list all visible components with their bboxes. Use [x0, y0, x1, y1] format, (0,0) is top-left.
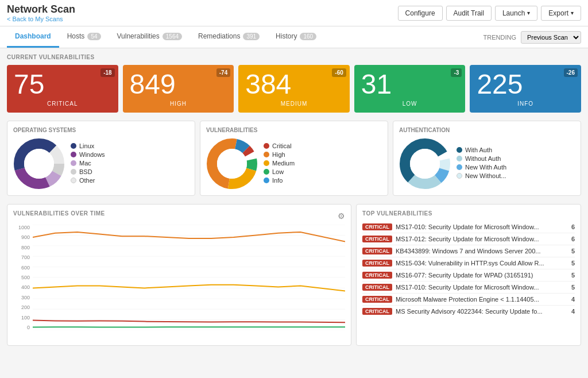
tabs-container: Dashboard Hosts 54 Vulnerabilities 1564 …	[7, 26, 324, 48]
vuln-legend: Critical High Medium Low Info	[264, 142, 295, 186]
line-chart-svg	[33, 225, 345, 330]
severity-badge: CRITICAL	[362, 236, 392, 242]
export-button[interactable]: Export	[541, 6, 581, 21]
critical-badge: -18	[100, 68, 114, 77]
medium-badge: -60	[332, 68, 346, 77]
auth-donut-section: With Auth Without Auth New With Auth New…	[399, 138, 575, 190]
top-vulns-box: TOP VULNERABILITIES CRITICAL MS17-010: S…	[356, 204, 581, 346]
charts-row: OPERATING SYSTEMS Linux Windows Mac BSD …	[7, 121, 581, 196]
vuln-legend-critical: Critical	[272, 142, 292, 149]
os-chart-box: OPERATING SYSTEMS Linux Windows Mac BSD …	[7, 121, 195, 196]
auth-legend-new-without: New Without...	[465, 172, 506, 179]
vuln-over-time-box: VULNERABILITIES OVER TIME ⚙ 1000 900 800…	[7, 204, 351, 346]
high-label: HIGH	[130, 101, 227, 107]
os-legend-other: Other	[79, 177, 95, 184]
os-chart-title: OPERATING SYSTEMS	[13, 127, 189, 133]
os-legend-mac: Mac	[79, 160, 91, 167]
vuln-name: MS16-077: Security Update for WPAD (3165…	[396, 272, 568, 279]
severity-badge: CRITICAL	[362, 296, 392, 303]
auth-chart-title: AUTHENTICATION	[399, 127, 575, 133]
high-num: 849	[130, 71, 227, 98]
vuln-name: MS15-034: Vulnerability in HTTP.sys Coul…	[396, 260, 568, 267]
vuln-cards-row: -18 75 CRITICAL -74 849 HIGH -60 384 MED…	[7, 65, 581, 113]
vuln-count: 5	[571, 284, 575, 291]
medium-card: -60 384 MEDIUM	[238, 65, 350, 113]
os-legend-windows: Windows	[79, 151, 105, 158]
info-num: 225	[477, 71, 574, 98]
severity-badge: CRITICAL	[362, 272, 392, 279]
severity-badge: CRITICAL	[362, 308, 392, 315]
top-vuln-item[interactable]: CRITICAL KB4343899: Windows 7 and Window…	[362, 245, 575, 257]
tab-dashboard[interactable]: Dashboard	[7, 26, 59, 48]
bottom-row: VULNERABILITIES OVER TIME ⚙ 1000 900 800…	[7, 204, 581, 346]
vuln-name: Microsoft Malware Protection Engine < 1.…	[396, 296, 568, 303]
gear-icon[interactable]: ⚙	[338, 211, 345, 221]
top-vuln-item[interactable]: CRITICAL MS15-034: Vulnerability in HTTP…	[362, 257, 575, 269]
tab-history[interactable]: History 160	[268, 26, 324, 48]
top-vuln-item[interactable]: CRITICAL Microsoft Malware Protection En…	[362, 294, 575, 306]
svg-point-11	[217, 149, 247, 179]
tab-hosts[interactable]: Hosts 54	[59, 26, 109, 48]
vuln-count: 4	[571, 296, 575, 303]
auth-legend-with: With Auth	[465, 146, 492, 153]
vuln-name: MS Security Advisory 4022344: Security U…	[396, 308, 568, 315]
vuln-count: 5	[571, 272, 575, 279]
low-badge: -3	[451, 68, 462, 77]
critical-num: 75	[14, 71, 111, 98]
vuln-count: 4	[571, 308, 575, 315]
top-vuln-item[interactable]: CRITICAL MS Security Advisory 4022344: S…	[362, 306, 575, 317]
top-vuln-item[interactable]: CRITICAL MS17-010: Security Update for M…	[362, 221, 575, 233]
low-num: 31	[361, 71, 459, 98]
low-card: -3 31 LOW	[354, 65, 466, 113]
critical-card: -18 75 CRITICAL	[7, 65, 118, 113]
vuln-name: MS17-010: Security Update for Microsoft …	[396, 223, 568, 230]
trending-select[interactable]: Previous Scan	[521, 31, 581, 44]
trending-section: TRENDING Previous Scan	[483, 31, 581, 44]
top-vuln-item[interactable]: CRITICAL MS17-012: Security Update for M…	[362, 233, 575, 245]
tab-remediations[interactable]: Remediations 391	[190, 26, 268, 48]
os-donut-chart	[13, 138, 65, 190]
top-vuln-item[interactable]: CRITICAL MS17-010: Security Update for M…	[362, 281, 575, 294]
auth-chart-box: AUTHENTICATION With Auth Without Auth Ne…	[393, 121, 581, 196]
os-donut-section: Linux Windows Mac BSD Other	[13, 138, 189, 190]
low-label: LOW	[361, 101, 459, 107]
vuln-legend-medium: Medium	[272, 160, 295, 167]
severity-badge: CRITICAL	[362, 260, 392, 267]
os-legend-bsd: BSD	[79, 168, 92, 175]
tab-vulnerabilities[interactable]: Vulnerabilities 1564	[109, 26, 191, 48]
header-right: Configure Audit Trail Launch Export	[398, 6, 581, 21]
top-vuln-item[interactable]: CRITICAL MS16-077: Security Update for W…	[362, 269, 575, 281]
audit-trail-button[interactable]: Audit Trail	[446, 6, 492, 21]
vuln-count: 5	[571, 248, 575, 254]
vuln-count: 6	[571, 236, 575, 242]
vuln-legend-low: Low	[272, 168, 284, 175]
svg-point-16	[410, 149, 440, 179]
severity-badge: CRITICAL	[362, 284, 392, 291]
rem-badge: 391	[243, 33, 260, 40]
auth-donut-chart	[399, 138, 451, 190]
vuln-name: MS17-012: Security Update for Microsoft …	[396, 236, 568, 242]
vuln-name: KB4343899: Windows 7 and Windows Server …	[396, 248, 568, 254]
severity-badge: CRITICAL	[362, 223, 392, 230]
hosts-badge: 54	[87, 33, 100, 40]
medium-num: 384	[245, 71, 343, 98]
vuln-chart-title: VULNERABILITIES	[206, 127, 382, 133]
page-title: Network Scan	[7, 3, 75, 16]
info-label: INFO	[477, 101, 574, 107]
configure-button[interactable]: Configure	[398, 6, 443, 21]
vuln-badge: 1564	[163, 33, 182, 40]
vuln-over-time-header: VULNERABILITIES OVER TIME ⚙	[13, 210, 345, 221]
back-link[interactable]: < Back to My Scans	[7, 16, 75, 22]
vuln-count: 5	[571, 260, 575, 267]
launch-button[interactable]: Launch	[495, 6, 537, 21]
auth-legend-new-with: New With Auth	[465, 164, 506, 171]
os-legend-linux: Linux	[79, 142, 94, 149]
current-vuln-label: CURRENT VULNERABILITIES	[7, 54, 581, 60]
svg-point-5	[24, 149, 54, 179]
critical-label: CRITICAL	[14, 101, 111, 107]
header-left: Network Scan < Back to My Scans	[7, 3, 75, 22]
vuln-name: MS17-010: Security Update for Microsoft …	[396, 284, 568, 291]
info-card: -26 225 INFO	[470, 65, 581, 113]
hist-badge: 160	[300, 33, 316, 40]
line-chart-container: 1000 900 800 700 600 500 400 300 200 100…	[13, 225, 345, 340]
